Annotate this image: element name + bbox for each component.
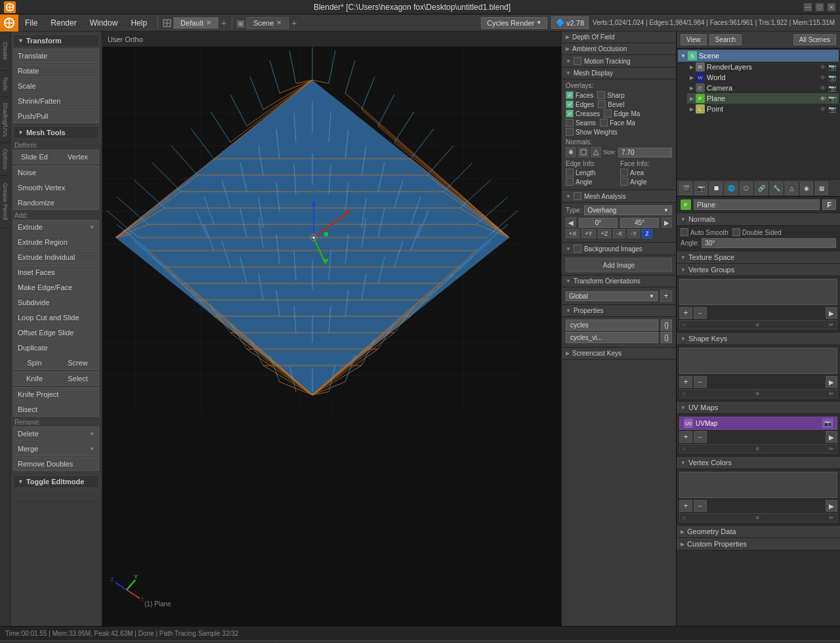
vc-add-btn[interactable]: + [679,500,692,512]
face-ma-checkbox[interactable] [600,119,608,127]
cycles-prop[interactable]: cycles [566,320,658,331]
mesh-analysis-header[interactable]: ▼ Mesh Analysis [562,190,676,203]
properties-header[interactable]: ▼ Properties [562,305,676,317]
double-sided-cb[interactable] [732,228,740,236]
props-icon-world[interactable]: 🌐 [724,182,738,195]
props-icon-data[interactable]: △ [785,182,798,195]
btn-spin[interactable]: Spin [13,356,56,370]
props-icon-scene[interactable]: 🎬 [679,182,692,195]
props-icon-render[interactable]: 📷 [694,182,707,195]
search-btn[interactable]: Search [709,34,742,45]
camera-item[interactable]: ▶ C Camera 👁 📷 [687,83,839,93]
vc-options-btn[interactable]: ▶ [826,500,837,512]
btn-screw[interactable]: Screw [56,356,99,370]
mesh-display-header[interactable]: ▼ Mesh Display [562,68,676,79]
sk-remove-btn[interactable]: − [694,376,707,388]
axis-y-neg[interactable]: -Y [627,229,640,238]
axis-y-pos[interactable]: +Y [581,229,595,238]
mesh-tools-section-header[interactable]: ▼ Mesh Tools [13,126,99,139]
vg-add-btn[interactable]: + [679,307,692,319]
ma-type-dropdown[interactable]: Overhang ▼ [584,205,672,215]
dof-header[interactable]: ▶ Depth Of Field [562,31,676,43]
cycles-vi-braces[interactable]: {} [661,332,672,343]
vertex-groups-header[interactable]: ▼ Vertex Groups [677,264,840,276]
btn-rotate[interactable]: Rotate [13,64,99,78]
view-btn[interactable]: View [681,34,707,45]
uv-maps-header[interactable]: ▼ UV Maps [677,402,840,414]
props-icon-modifier[interactable]: 🔧 [770,182,783,195]
add-image-btn[interactable]: Add Image [566,258,672,272]
auto-smooth-cb[interactable] [681,228,688,236]
btn-remove-doubles[interactable]: Remove Doubles [13,457,99,471]
props-icon-layers[interactable]: 🔲 [709,182,723,195]
obj-name-field[interactable]: Plane [694,199,820,210]
btn-knife-project[interactable]: Knife Project [13,387,99,402]
f-key-badge[interactable]: F [822,199,836,210]
shape-keys-list[interactable] [679,348,837,374]
btn-offset-edge-slide[interactable]: Offset Edge Slide [13,325,99,340]
sk-add-btn[interactable]: + [679,376,692,388]
maximize-btn[interactable]: □ [815,3,824,12]
angle-decrease-btn[interactable]: ◀ [566,217,576,228]
menu-render[interactable]: Render [44,14,83,31]
axis-z-neg[interactable]: Z [642,229,652,238]
btn-push-pull[interactable]: Push/Pull [13,109,99,123]
transform-section-header[interactable]: ▼ Transform [13,34,99,47]
viewport[interactable]: User Ortho [102,31,561,626]
ma-checkbox[interactable] [574,192,581,200]
motion-tracking-header[interactable]: ▼ Motion Tracking [562,55,676,68]
btn-delete[interactable]: Delete [13,426,99,441]
cycles-vi-prop[interactable]: cycles_vi... [566,332,658,343]
uvmap-row[interactable]: UV UVMap 📷 [679,417,837,430]
btn-subdivide[interactable]: Subdivide [13,295,99,310]
btn-randomize[interactable]: Randomize [13,196,99,210]
axis-x-pos[interactable]: +X [566,229,579,238]
uv-options-btn[interactable]: ▶ [826,431,837,443]
add-orientation-btn[interactable]: + [660,290,672,302]
btn-vertex[interactable]: Vertex [56,150,99,164]
bevel-checkbox[interactable] [598,100,606,108]
point-item[interactable]: ▶ L Point 👁 📷 [687,104,839,114]
plane-item[interactable]: ▶ P Plane 👁 📷 [687,93,839,104]
minimize-btn[interactable]: — [803,3,812,12]
mt-checkbox[interactable] [574,57,581,65]
bg-images-checkbox[interactable] [574,245,581,253]
props-icon-material[interactable]: ◉ [800,182,813,195]
normal-vertex-btn[interactable] [566,147,576,157]
btn-extrude-region[interactable]: Extrude Region [13,235,99,249]
edges-checkbox[interactable]: ✓ [566,100,574,108]
sharp-checkbox[interactable] [597,91,605,99]
vc-remove-btn[interactable]: − [694,500,707,512]
btn-scale[interactable]: Scale [13,79,99,93]
normals-size-field[interactable]: 7.70 [618,148,672,157]
normal-face2-btn[interactable] [591,147,601,157]
edge-ma-checkbox[interactable] [604,110,612,117]
btn-smooth-vertex[interactable]: Smooth Vertex [13,180,99,195]
axis-z-pos[interactable]: +Z [598,229,612,238]
tab-tools[interactable]: Tools [0,71,10,97]
normals-section-header[interactable]: ▼ Normals [677,213,840,226]
all-scenes-btn[interactable]: All Scenes [793,34,836,45]
btn-translate[interactable]: Translate [13,49,99,63]
vertex-colors-list[interactable] [679,472,837,498]
custom-properties-header[interactable]: ▶ Custom Properties [677,538,840,550]
tab-create[interactable]: Create [0,31,10,71]
vertex-colors-header[interactable]: ▼ Vertex Colors [677,457,840,469]
btn-merge[interactable]: Merge [13,442,99,456]
vertex-groups-list[interactable] [679,279,837,305]
props-icon-object[interactable]: ⬡ [740,182,753,195]
angle-left-field[interactable]: 0° [579,218,618,228]
screencast-keys-header[interactable]: ▶ Screencast Keys [562,348,676,360]
angle1-checkbox[interactable] [566,178,574,186]
ao-header[interactable]: ▶ Ambient Occlusion [562,43,676,55]
btn-extrude-individual[interactable]: Extrude Individual [13,250,99,264]
normals-angle-field[interactable]: 30° [702,238,836,248]
angle-right-field[interactable]: 45° [620,218,659,228]
renderlayers-item[interactable]: ▶ R RenderLayers 👁 📷 [687,62,839,72]
cycles-braces[interactable]: {} [661,320,672,331]
btn-knife[interactable]: Knife [13,371,56,386]
orientation-dropdown[interactable]: Global ▼ [566,291,658,301]
props-icon-constraints[interactable]: 🔗 [755,182,768,195]
normal-face-btn[interactable] [578,147,589,157]
menu-help[interactable]: Help [124,14,154,31]
